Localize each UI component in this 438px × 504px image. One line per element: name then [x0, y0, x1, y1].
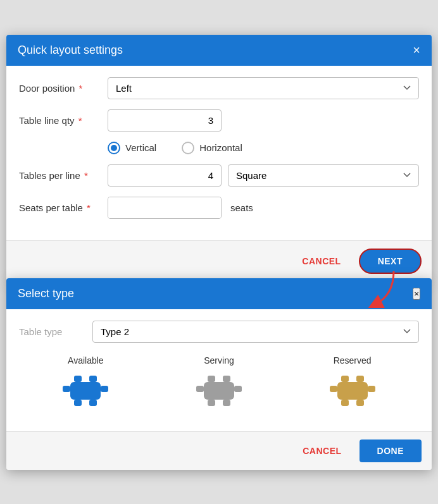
radio-vertical-label: Vertical: [125, 142, 156, 153]
table-shape-select[interactable]: Square Round Rectangle: [228, 164, 419, 187]
seats-per-table-row: Seats per table * ▾ seats: [19, 197, 419, 219]
table-reserved-item: Reserved: [327, 355, 378, 410]
radio-vertical-circle: [108, 142, 120, 154]
svg-rect-18: [356, 400, 364, 406]
tables-per-line-label: Tables per line *: [19, 170, 101, 181]
dialog1-header: Quick layout settings ×: [6, 35, 432, 66]
reserved-label: Reserved: [334, 355, 372, 366]
table-icons-row: Available: [19, 355, 419, 410]
orientation-row: Vertical Horizontal: [19, 142, 419, 154]
tables-per-line-input[interactable]: [108, 164, 222, 187]
arrow-indicator: [349, 270, 400, 308]
svg-rect-20: [368, 386, 375, 392]
table-serving-item: Serving: [194, 355, 244, 410]
dialog2-cancel-button[interactable]: CANCEL: [290, 439, 354, 462]
svg-rect-4: [89, 400, 97, 406]
serving-label: Serving: [204, 355, 234, 366]
table-line-qty-input[interactable]: [108, 109, 222, 132]
svg-rect-6: [101, 386, 108, 392]
available-label: Available: [68, 355, 104, 366]
svg-rect-7: [204, 382, 234, 400]
dialogs-container: Select type × Table type Type 1 Type 2 T…: [6, 281, 432, 470]
seats-per-table-input[interactable]: [108, 197, 222, 218]
radio-horizontal-circle: [182, 142, 194, 154]
svg-rect-17: [341, 400, 349, 406]
svg-rect-1: [74, 376, 82, 382]
svg-rect-16: [356, 376, 364, 382]
reserved-icon: [327, 372, 378, 410]
dialog2-done-button[interactable]: DONE: [360, 439, 422, 462]
seats-input-wrapper: ▾: [108, 197, 222, 219]
svg-rect-15: [341, 376, 349, 382]
quick-layout-dialog: Quick layout settings × Door position * …: [6, 35, 432, 281]
table-type-row: Table type Type 1 Type 2 Type 3: [19, 321, 419, 343]
svg-rect-14: [337, 382, 368, 400]
dialog1-body: Door position * Left Right Top Bottom Ta…: [6, 66, 432, 240]
seats-per-table-label: Seats per table *: [19, 202, 101, 213]
table-type-select[interactable]: Type 1 Type 2 Type 3: [92, 321, 419, 343]
svg-rect-3: [74, 400, 82, 406]
svg-rect-10: [208, 400, 215, 406]
svg-rect-13: [234, 386, 242, 392]
table-line-qty-row: Table line qty *: [19, 109, 419, 132]
svg-rect-8: [208, 376, 215, 382]
dialog2-footer: CANCEL DONE: [6, 431, 432, 470]
available-icon: [60, 372, 111, 410]
table-type-label: Table type: [19, 326, 82, 337]
svg-rect-19: [330, 386, 337, 392]
dialog1-close-button[interactable]: ×: [413, 44, 420, 56]
svg-rect-5: [63, 386, 70, 392]
door-position-label: Door position *: [19, 83, 101, 94]
svg-rect-0: [70, 382, 101, 400]
dialog1-title: Quick layout settings: [18, 44, 123, 57]
dialog1-cancel-button[interactable]: CANCEL: [289, 249, 353, 274]
door-position-select[interactable]: Left Right Top Bottom: [108, 77, 419, 99]
dialog2-close-button[interactable]: ×: [413, 288, 420, 300]
dialog2-title: Select type: [18, 287, 74, 300]
radio-vertical[interactable]: Vertical: [108, 142, 156, 154]
radio-horizontal-label: Horizontal: [199, 142, 242, 153]
svg-rect-2: [89, 376, 97, 382]
svg-rect-12: [196, 386, 204, 392]
table-line-qty-label: Table line qty *: [19, 115, 101, 126]
table-available-item: Available: [60, 355, 111, 410]
radio-horizontal[interactable]: Horizontal: [182, 142, 242, 154]
dialog2-body: Table type Type 1 Type 2 Type 3 Availabl…: [6, 309, 432, 431]
svg-rect-9: [223, 376, 230, 382]
door-position-row: Door position * Left Right Top Bottom: [19, 77, 419, 99]
tables-per-line-row: Tables per line * Square Round Rectangle: [19, 164, 419, 187]
serving-icon: [194, 372, 244, 410]
svg-rect-11: [223, 400, 230, 406]
seats-unit-label: seats: [230, 202, 253, 213]
